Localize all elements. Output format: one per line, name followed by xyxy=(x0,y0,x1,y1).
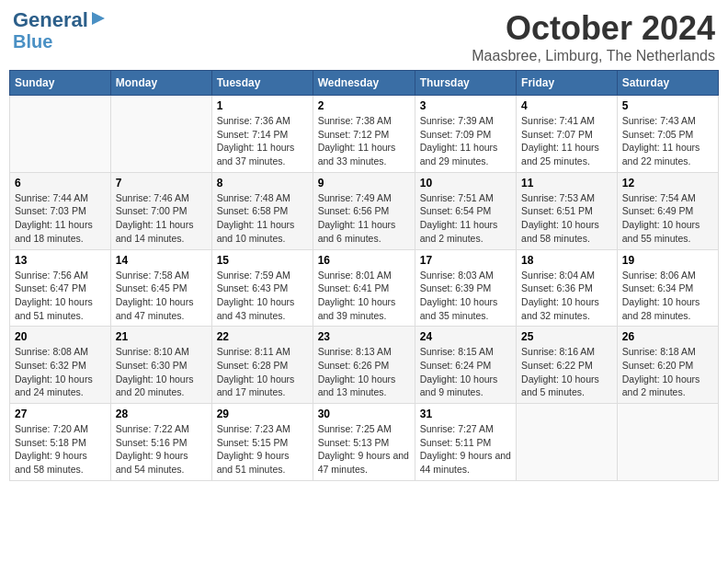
calendar-cell: 24Sunrise: 8:15 AM Sunset: 6:24 PM Dayli… xyxy=(415,327,516,404)
day-detail: Sunrise: 7:43 AM Sunset: 7:05 PM Dayligh… xyxy=(622,114,713,168)
day-number: 22 xyxy=(217,330,308,343)
day-detail: Sunrise: 7:54 AM Sunset: 6:49 PM Dayligh… xyxy=(622,191,713,246)
day-detail: Sunrise: 7:39 AM Sunset: 7:09 PM Dayligh… xyxy=(420,114,511,168)
day-number: 18 xyxy=(521,254,612,267)
calendar-cell: 28Sunrise: 7:22 AM Sunset: 5:16 PM Dayli… xyxy=(110,404,211,481)
title-section: October 2024 Maasbree, Limburg, The Neth… xyxy=(472,9,715,64)
calendar-cell: 29Sunrise: 7:23 AM Sunset: 5:15 PM Dayli… xyxy=(211,404,313,481)
day-number: 9 xyxy=(318,177,410,190)
calendar-cell: 12Sunrise: 7:54 AM Sunset: 6:49 PM Dayli… xyxy=(617,172,718,249)
day-detail: Sunrise: 7:27 AM Sunset: 5:11 PM Dayligh… xyxy=(420,422,511,477)
day-detail: Sunrise: 7:36 AM Sunset: 7:14 PM Dayligh… xyxy=(217,114,308,168)
calendar-cell: 1Sunrise: 7:36 AM Sunset: 7:14 PM Daylig… xyxy=(211,96,313,173)
calendar-cell: 6Sunrise: 7:44 AM Sunset: 7:03 PM Daylig… xyxy=(10,172,111,249)
calendar-table: SundayMondayTuesdayWednesdayThursdayFrid… xyxy=(9,70,719,481)
day-detail: Sunrise: 8:15 AM Sunset: 6:24 PM Dayligh… xyxy=(420,345,511,399)
day-number: 1 xyxy=(217,99,308,112)
day-detail: Sunrise: 7:20 AM Sunset: 5:18 PM Dayligh… xyxy=(15,422,106,477)
day-number: 31 xyxy=(420,408,511,420)
day-number: 6 xyxy=(15,177,106,190)
day-detail: Sunrise: 7:49 AM Sunset: 6:56 PM Dayligh… xyxy=(318,191,410,246)
calendar-header-row: SundayMondayTuesdayWednesdayThursdayFrid… xyxy=(10,71,719,96)
day-number: 7 xyxy=(116,177,207,190)
day-number: 3 xyxy=(420,99,511,112)
calendar-cell: 31Sunrise: 7:27 AM Sunset: 5:11 PM Dayli… xyxy=(415,404,516,481)
week-row-5: 27Sunrise: 7:20 AM Sunset: 5:18 PM Dayli… xyxy=(10,404,719,481)
week-row-1: 1Sunrise: 7:36 AM Sunset: 7:14 PM Daylig… xyxy=(10,96,719,173)
calendar-cell: 3Sunrise: 7:39 AM Sunset: 7:09 PM Daylig… xyxy=(415,96,516,173)
calendar-cell: 10Sunrise: 7:51 AM Sunset: 6:54 PM Dayli… xyxy=(415,172,516,249)
day-detail: Sunrise: 7:51 AM Sunset: 6:54 PM Dayligh… xyxy=(420,191,511,246)
day-number: 5 xyxy=(622,99,713,112)
day-detail: Sunrise: 8:04 AM Sunset: 6:36 PM Dayligh… xyxy=(521,269,612,323)
col-header-wednesday: Wednesday xyxy=(313,71,415,96)
day-number: 23 xyxy=(318,330,410,343)
day-number: 2 xyxy=(318,99,410,112)
day-number: 21 xyxy=(116,330,207,343)
calendar-cell: 27Sunrise: 7:20 AM Sunset: 5:18 PM Dayli… xyxy=(10,404,111,481)
day-detail: Sunrise: 7:48 AM Sunset: 6:58 PM Dayligh… xyxy=(217,191,308,246)
calendar-cell: 4Sunrise: 7:41 AM Sunset: 7:07 PM Daylig… xyxy=(517,96,618,173)
calendar-cell: 22Sunrise: 8:11 AM Sunset: 6:28 PM Dayli… xyxy=(211,327,313,404)
day-number: 19 xyxy=(622,254,713,267)
day-detail: Sunrise: 8:13 AM Sunset: 6:26 PM Dayligh… xyxy=(318,345,410,399)
day-detail: Sunrise: 7:38 AM Sunset: 7:12 PM Dayligh… xyxy=(318,114,410,168)
day-number: 26 xyxy=(622,330,713,343)
day-detail: Sunrise: 8:06 AM Sunset: 6:34 PM Dayligh… xyxy=(622,269,713,323)
day-number: 16 xyxy=(318,254,410,267)
calendar-cell: 23Sunrise: 8:13 AM Sunset: 6:26 PM Dayli… xyxy=(313,327,415,404)
day-number: 25 xyxy=(521,330,612,343)
day-detail: Sunrise: 8:01 AM Sunset: 6:41 PM Dayligh… xyxy=(318,269,410,323)
day-detail: Sunrise: 7:53 AM Sunset: 6:51 PM Dayligh… xyxy=(521,191,612,246)
calendar-cell: 9Sunrise: 7:49 AM Sunset: 6:56 PM Daylig… xyxy=(313,172,415,249)
day-detail: Sunrise: 7:56 AM Sunset: 6:47 PM Dayligh… xyxy=(15,269,106,323)
day-number: 27 xyxy=(15,408,106,420)
logo-text: General xyxy=(13,9,88,31)
day-detail: Sunrise: 8:03 AM Sunset: 6:39 PM Dayligh… xyxy=(420,269,511,323)
calendar-cell: 17Sunrise: 8:03 AM Sunset: 6:39 PM Dayli… xyxy=(415,249,516,327)
calendar-cell: 26Sunrise: 8:18 AM Sunset: 6:20 PM Dayli… xyxy=(617,327,718,404)
logo-arrow-icon xyxy=(90,10,107,27)
day-number: 12 xyxy=(622,177,713,190)
calendar-cell: 5Sunrise: 7:43 AM Sunset: 7:05 PM Daylig… xyxy=(617,96,718,173)
calendar-cell xyxy=(10,96,111,173)
day-detail: Sunrise: 8:10 AM Sunset: 6:30 PM Dayligh… xyxy=(116,345,207,399)
calendar-cell: 15Sunrise: 7:59 AM Sunset: 6:43 PM Dayli… xyxy=(211,249,313,327)
week-row-2: 6Sunrise: 7:44 AM Sunset: 7:03 PM Daylig… xyxy=(10,172,719,249)
calendar-cell: 25Sunrise: 8:16 AM Sunset: 6:22 PM Dayli… xyxy=(517,327,618,404)
day-number: 4 xyxy=(521,99,612,112)
day-detail: Sunrise: 8:16 AM Sunset: 6:22 PM Dayligh… xyxy=(521,345,612,399)
day-detail: Sunrise: 8:18 AM Sunset: 6:20 PM Dayligh… xyxy=(622,345,713,399)
calendar-cell xyxy=(110,96,211,173)
day-number: 29 xyxy=(217,408,308,420)
day-detail: Sunrise: 8:08 AM Sunset: 6:32 PM Dayligh… xyxy=(15,345,106,399)
day-number: 11 xyxy=(521,177,612,190)
day-number: 30 xyxy=(318,408,410,420)
day-number: 13 xyxy=(15,254,106,267)
day-number: 10 xyxy=(420,177,511,190)
calendar-cell: 14Sunrise: 7:58 AM Sunset: 6:45 PM Dayli… xyxy=(110,249,211,327)
day-detail: Sunrise: 7:41 AM Sunset: 7:07 PM Dayligh… xyxy=(521,114,612,168)
day-number: 20 xyxy=(15,330,106,343)
calendar-cell: 19Sunrise: 8:06 AM Sunset: 6:34 PM Dayli… xyxy=(617,249,718,327)
calendar-cell: 20Sunrise: 8:08 AM Sunset: 6:32 PM Dayli… xyxy=(10,327,111,404)
calendar-cell: 2Sunrise: 7:38 AM Sunset: 7:12 PM Daylig… xyxy=(313,96,415,173)
col-header-saturday: Saturday xyxy=(617,71,718,96)
svg-marker-0 xyxy=(92,12,105,25)
location: Maasbree, Limburg, The Netherlands xyxy=(472,48,715,64)
week-row-3: 13Sunrise: 7:56 AM Sunset: 6:47 PM Dayli… xyxy=(10,249,719,327)
day-detail: Sunrise: 7:44 AM Sunset: 7:03 PM Dayligh… xyxy=(15,191,106,246)
week-row-4: 20Sunrise: 8:08 AM Sunset: 6:32 PM Dayli… xyxy=(10,327,719,404)
day-number: 8 xyxy=(217,177,308,190)
col-header-monday: Monday xyxy=(110,71,211,96)
calendar-cell: 11Sunrise: 7:53 AM Sunset: 6:51 PM Dayli… xyxy=(517,172,618,249)
page-header: General Blue October 2024 Maasbree, Limb… xyxy=(9,9,719,64)
day-detail: Sunrise: 7:23 AM Sunset: 5:15 PM Dayligh… xyxy=(217,422,308,477)
logo: General Blue xyxy=(13,9,107,52)
day-number: 15 xyxy=(217,254,308,267)
logo-blue: Blue xyxy=(13,31,52,52)
day-detail: Sunrise: 7:22 AM Sunset: 5:16 PM Dayligh… xyxy=(116,422,207,477)
day-detail: Sunrise: 7:46 AM Sunset: 7:00 PM Dayligh… xyxy=(116,191,207,246)
day-number: 14 xyxy=(116,254,207,267)
day-detail: Sunrise: 8:11 AM Sunset: 6:28 PM Dayligh… xyxy=(217,345,308,399)
